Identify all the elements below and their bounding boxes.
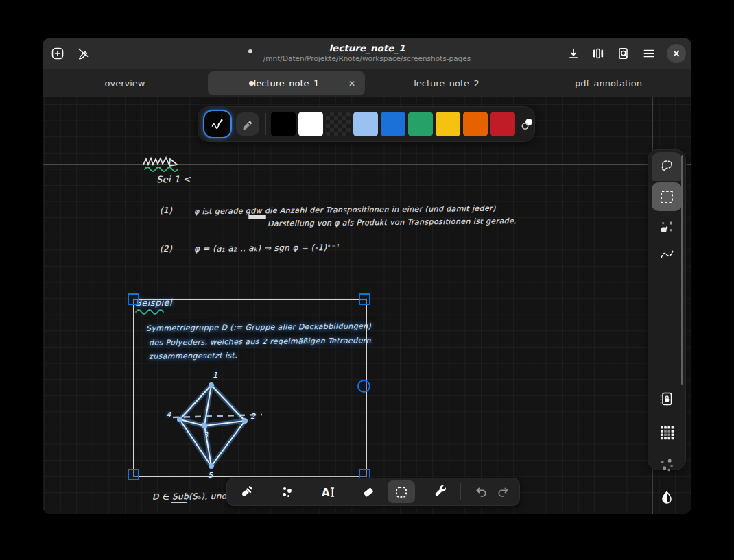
tools-button[interactable]: [428, 480, 454, 503]
hamburger-menu-icon: [643, 47, 655, 60]
color-swatch[interactable]: [298, 112, 323, 136]
tab-lecture-note-1[interactable]: lecture_note_1 ✕: [208, 71, 365, 95]
intersecting-path-selection-button[interactable]: [652, 241, 682, 270]
wrench-icon: [434, 485, 448, 499]
plus-square-icon: [51, 47, 64, 60]
handwritten-text: φ = (a₁ a₂ ‥ aₖ) ⇒ sgn φ = (-1)ᵏ⁻¹: [194, 243, 339, 254]
close-window-button[interactable]: [667, 44, 686, 63]
deselect-elements-button[interactable]: [654, 453, 679, 478]
scattered-elements-icon: [659, 457, 675, 474]
selector-settings-panel: [648, 149, 686, 470]
typewriter-icon: A: [320, 485, 335, 499]
redo-button[interactable]: [490, 480, 517, 503]
color-swatch[interactable]: [408, 112, 433, 136]
tools-toolbar: A: [226, 478, 520, 506]
svg-text:A: A: [322, 486, 330, 498]
color-swatch[interactable]: [463, 112, 488, 136]
selector-tool-button[interactable]: [388, 480, 415, 503]
invert-selection-colors-button[interactable]: [654, 485, 679, 510]
handwritten-text: (2): [160, 244, 172, 254]
handwritten-text: D = {(1), (234), (243), (15)(23), (15)(3…: [152, 513, 412, 514]
color-toolbar: [198, 106, 535, 142]
wavy-underline: [145, 167, 178, 179]
color-swatch[interactable]: [490, 112, 515, 136]
tab-overview-button[interactable]: [587, 44, 609, 63]
handwriting-scribble: [143, 155, 178, 167]
pen-only-mode-toggle[interactable]: [72, 44, 94, 63]
color-swatch[interactable]: [381, 112, 405, 136]
stroke-pen-icon: [211, 117, 224, 131]
lock-page-icon: [659, 391, 675, 407]
tab-modified-dot: [249, 81, 254, 86]
handwritten-text: φ ist gerade gdw die Anzahl der Transpos…: [194, 204, 496, 217]
tab-overview-icon: [592, 47, 604, 60]
ink-underline: [171, 502, 187, 503]
shapes-icon: [280, 485, 294, 499]
toolbar-divider: [460, 483, 461, 500]
app-window: lecture_note_1 /mnt/Daten/Projekte/Rnote…: [43, 38, 691, 514]
tab-divider: [528, 77, 528, 89]
swatch-row: [271, 112, 515, 136]
ink-underline: [248, 215, 266, 217]
rectangle-selection-icon: [659, 188, 675, 205]
fill-marker-icon: [241, 117, 254, 131]
stroke-color-button[interactable]: [204, 111, 230, 137]
panel-scrollbar[interactable]: [681, 155, 683, 385]
typewriter-tool-button[interactable]: A: [315, 480, 341, 503]
intersecting-path-icon: [659, 247, 675, 264]
pen-slash-icon: [76, 47, 90, 60]
tab-label: overview: [105, 78, 145, 88]
brush-icon: [239, 485, 253, 499]
tab-close-button[interactable]: ✕: [344, 76, 359, 91]
selection-handle-bottom-left[interactable]: [128, 469, 139, 480]
eraser-icon: [362, 485, 375, 499]
tab-label: lecture_note_1: [254, 78, 320, 88]
selector-icon: [394, 485, 408, 499]
tab-pdf-annotation[interactable]: pdf_annotation: [554, 69, 663, 97]
main-menu-button[interactable]: [638, 44, 660, 63]
color-swatch[interactable]: [326, 112, 351, 136]
redo-icon: [497, 485, 510, 499]
color-picker-icon: [520, 117, 535, 132]
tab-label: lecture_note_2: [414, 78, 480, 88]
rectangle-selection-button[interactable]: [652, 182, 682, 211]
eraser-tool-button[interactable]: [355, 480, 381, 503]
undo-icon: [474, 485, 488, 499]
handwritten-text: (1): [160, 206, 172, 215]
color-swatch[interactable]: [353, 112, 378, 136]
unsaved-indicator: [248, 49, 252, 53]
selection-handle-top-right[interactable]: [359, 293, 370, 305]
grid-select-icon: [659, 424, 675, 441]
selection-handle-right-middle[interactable]: [357, 380, 370, 393]
grid-select-button[interactable]: [654, 420, 679, 445]
brush-tool-button[interactable]: [233, 480, 259, 503]
tab-overview[interactable]: overview: [70, 69, 180, 97]
single-element-selection-button[interactable]: [652, 212, 682, 241]
invert-colors-icon: [659, 490, 674, 505]
color-picker-button[interactable]: [520, 117, 535, 132]
tab-bar: overview lecture_note_1 ✕ lecture_note_2…: [43, 69, 691, 97]
lasso-selection-button[interactable]: [652, 152, 682, 181]
selection-bounding-box[interactable]: [133, 299, 367, 477]
lasso-selection-icon: [659, 158, 675, 175]
color-swatch[interactable]: [436, 112, 460, 136]
color-swatch[interactable]: [271, 112, 296, 136]
document-magnifier-icon: [617, 47, 630, 60]
close-icon: [670, 47, 683, 60]
page-border-horizontal: [43, 164, 691, 165]
handwritten-text: Darstellung von φ als Produkt von Transp…: [268, 217, 517, 228]
page-zoom-button[interactable]: [613, 44, 635, 63]
toolbar-divider: [265, 113, 266, 135]
new-tab-button[interactable]: [47, 44, 69, 63]
save-button[interactable]: [563, 44, 584, 63]
download-icon: [567, 47, 580, 60]
header-bar: lecture_note_1 /mnt/Daten/Projekte/Rnote…: [43, 38, 691, 69]
single-element-selection-icon: [659, 219, 675, 235]
tab-lecture-note-2[interactable]: lecture_note_2: [392, 69, 501, 97]
shaper-tool-button[interactable]: [274, 480, 300, 503]
fill-color-button[interactable]: [236, 112, 259, 136]
lock-selection-button[interactable]: [654, 387, 679, 411]
tab-close-icon: ✕: [348, 79, 355, 88]
drawing-canvas[interactable]: Sei 1 <(1)φ ist gerade gdw die Anzahl de…: [43, 97, 691, 514]
selection-handle-top-left[interactable]: [128, 293, 139, 305]
